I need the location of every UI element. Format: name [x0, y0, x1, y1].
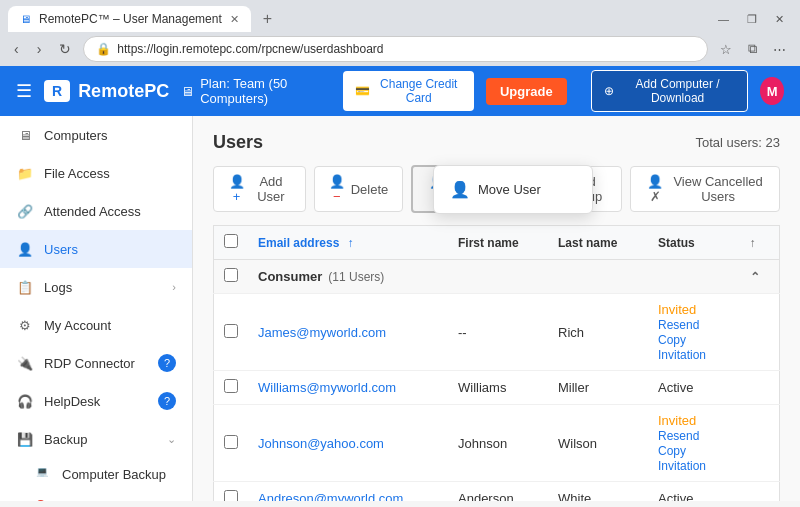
users-icon: 👤 — [16, 240, 34, 258]
logo-area: ☰ R RemotePC — [16, 80, 169, 102]
sidebar-item-users[interactable]: 👤 Users — [0, 230, 192, 268]
upload-icon[interactable]: ↑ — [750, 236, 756, 250]
bookmark-icon[interactable]: ☆ — [714, 38, 738, 61]
status-column-header: Status — [648, 226, 740, 260]
backup-icon: 💾 — [16, 430, 34, 448]
menu-icon[interactable]: ⋯ — [767, 38, 792, 61]
add-user-button[interactable]: 👤+ Add User — [213, 166, 306, 212]
first-2: Johnson — [448, 405, 548, 482]
add-computer-icon: ⊕ — [604, 84, 614, 98]
email-0[interactable]: James@myworld.com — [258, 325, 386, 340]
minimize-button[interactable]: — — [710, 9, 737, 30]
last-1: Miller — [548, 371, 648, 405]
logo-box: R — [44, 80, 70, 102]
sort-asc-icon: ↑ — [347, 236, 353, 250]
lock-icon: 🔒 — [96, 42, 111, 56]
address-bar[interactable]: 🔒 https://login.remotepc.com/rpcnew/user… — [83, 36, 708, 62]
sidebar-item-rdp-connector[interactable]: 🔌 RDP Connector ? — [0, 344, 192, 382]
table-row: Williams@myworld.com Williams Miller Act… — [214, 371, 780, 405]
content-header: Users Total users: 23 — [213, 132, 780, 153]
reload-button[interactable]: ↻ — [53, 37, 77, 61]
rdp-connector-icon: 🔌 — [16, 354, 34, 372]
sidebar-label-users: Users — [44, 242, 78, 257]
move-user-dropdown-icon: 👤 — [450, 180, 470, 199]
sidebar-label-rdp-connector: RDP Connector — [44, 356, 135, 371]
email-1[interactable]: Williams@myworld.com — [258, 380, 396, 395]
sidebar-label-helpdesk: HelpDesk — [44, 394, 100, 409]
sidebar-label-file-access: File Access — [44, 166, 110, 181]
view-cancelled-button[interactable]: 👤✗ View Cancelled Users — [630, 166, 780, 212]
last-3: White — [548, 482, 648, 502]
back-button[interactable]: ‹ — [8, 37, 25, 61]
add-computer-label: Add Computer / Download — [620, 77, 736, 105]
row-checkbox-1[interactable] — [224, 379, 238, 393]
copy-0[interactable]: Copy Invitation — [658, 333, 706, 362]
group-name: Consumer — [258, 269, 322, 284]
browser-tab[interactable]: 🖥 RemotePC™ – User Management ✕ — [8, 6, 251, 32]
group-row-consumer: Consumer (11 Users) ⌃ — [214, 260, 780, 294]
change-card-label: Change Credit Card — [376, 77, 462, 105]
page-title: Users — [213, 132, 263, 153]
group-checkbox[interactable] — [224, 268, 238, 282]
maximize-button[interactable]: ❐ — [739, 9, 765, 30]
new-tab-button[interactable]: + — [255, 6, 280, 32]
resend-0[interactable]: Resend — [658, 318, 699, 332]
delete-button[interactable]: 👤− Delete — [314, 166, 404, 212]
sidebar-item-computers[interactable]: 🖥 Computers — [0, 116, 192, 154]
upgrade-button[interactable]: Upgrade — [486, 78, 567, 105]
app-header: ☰ R RemotePC 🖥 Plan: Team (50 Computers)… — [0, 66, 800, 116]
table-row: Johnson@yahoo.com Johnson Wilson Invited… — [214, 405, 780, 482]
move-user-dropdown-label: Move User — [478, 182, 541, 197]
email-column-header[interactable]: Email address ↑ — [258, 236, 438, 250]
delete-icon: 👤− — [329, 174, 345, 204]
view-cancelled-icon: 👤✗ — [645, 174, 665, 204]
group-count: (11 Users) — [328, 270, 384, 284]
sidebar-sub-item-google-workspace[interactable]: G Google Workspace — [0, 490, 192, 501]
view-cancelled-label: View Cancelled Users — [671, 174, 765, 204]
hamburger-menu[interactable]: ☰ — [16, 80, 32, 102]
firstname-column-header: First name — [448, 226, 548, 260]
move-user-dropdown-item[interactable]: 👤 Move User — [434, 170, 592, 209]
sidebar-sub-item-computer-backup[interactable]: 💻 Computer Backup — [0, 458, 192, 490]
plan-label: Plan: Team (50 Computers) — [200, 76, 330, 106]
move-user-dropdown: 👤 Move User — [433, 165, 593, 214]
row-checkbox-0[interactable] — [224, 324, 238, 338]
tab-close-btn[interactable]: ✕ — [230, 13, 239, 26]
sidebar-label-attended-access: Attended Access — [44, 204, 141, 219]
first-0: -- — [448, 294, 548, 371]
group-collapse-icon[interactable]: ⌃ — [750, 270, 760, 284]
content-area: Users Total users: 23 👤+ Add User 👤− Del… — [193, 116, 800, 501]
sidebar-item-helpdesk[interactable]: 🎧 HelpDesk ? — [0, 382, 192, 420]
forward-button[interactable]: › — [31, 37, 48, 61]
sidebar-item-my-account[interactable]: ⚙ My Account — [0, 306, 192, 344]
email-column-label: Email address — [258, 236, 339, 250]
select-all-checkbox[interactable] — [224, 234, 238, 248]
sidebar: 🖥 Computers 📁 File Access 🔗 Attended Acc… — [0, 116, 193, 501]
plan-icon: 🖥 — [181, 84, 194, 99]
tab-favicon: 🖥 — [20, 13, 31, 25]
row-checkbox-2[interactable] — [224, 435, 238, 449]
close-button[interactable]: ✕ — [767, 9, 792, 30]
main-layout: 🖥 Computers 📁 File Access 🔗 Attended Acc… — [0, 116, 800, 501]
resend-2[interactable]: Resend — [658, 429, 699, 443]
row-checkbox-3[interactable] — [224, 490, 238, 501]
total-users-label: Total users: 23 — [695, 135, 780, 150]
extensions-icon[interactable]: ⧉ — [742, 37, 763, 61]
logo-label: RemotePC — [78, 81, 169, 102]
browser-chrome: 🖥 RemotePC™ – User Management ✕ + — ❐ ✕ … — [0, 0, 800, 66]
file-access-icon: 📁 — [16, 164, 34, 182]
table-row: Andreson@myworld.com Anderson White Acti… — [214, 482, 780, 502]
email-3[interactable]: Andreson@myworld.com — [258, 491, 403, 501]
sidebar-item-backup[interactable]: 💾 Backup ⌄ — [0, 420, 192, 458]
copy-2[interactable]: Copy Invitation — [658, 444, 706, 473]
sidebar-item-attended-access[interactable]: 🔗 Attended Access — [0, 192, 192, 230]
sidebar-item-logs[interactable]: 📋 Logs › — [0, 268, 192, 306]
change-credit-card-button[interactable]: 💳 Change Credit Card — [343, 71, 474, 111]
add-computer-button[interactable]: ⊕ Add Computer / Download — [591, 70, 749, 112]
user-avatar[interactable]: M — [760, 77, 784, 105]
url-text: https://login.remotepc.com/rpcnew/userda… — [117, 42, 383, 56]
app-container: ☰ R RemotePC 🖥 Plan: Team (50 Computers)… — [0, 66, 800, 501]
email-2[interactable]: Johnson@yahoo.com — [258, 436, 384, 451]
sidebar-item-file-access[interactable]: 📁 File Access — [0, 154, 192, 192]
lastname-column-header: Last name — [548, 226, 648, 260]
